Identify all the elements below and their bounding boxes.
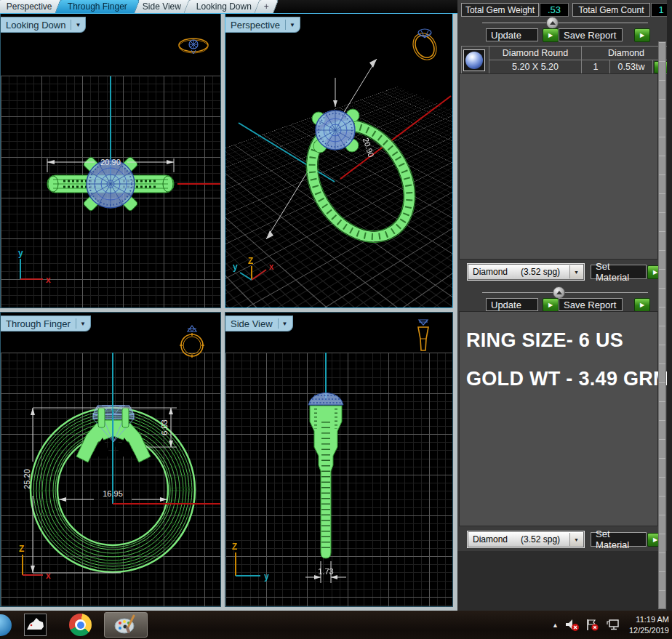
notes-area: RING SIZE- 6 US GOLD WT - 3.49 GRM: [459, 311, 658, 526]
gem-top-view: [87, 160, 135, 208]
save-report-button[interactable]: Save Report: [559, 298, 623, 311]
play-icon: ▶: [640, 33, 644, 39]
axis-z-label: Z: [248, 256, 253, 266]
paint-app-button[interactable]: [104, 612, 148, 638]
gem-side-view: [308, 393, 343, 405]
axis-y-label: y: [18, 248, 23, 258]
viewport-region: 20.90 y x Looking Down ▼: [0, 13, 457, 611]
viewport-title-looking-down[interactable]: Looking Down ▼: [1, 17, 86, 33]
update-button[interactable]: Update: [486, 298, 538, 311]
viewport-through-finger[interactable]: 25.20 16.95 6.03: [0, 312, 221, 607]
save-report-go-button[interactable]: ▶: [634, 298, 650, 312]
dimension-label: 20.90: [361, 137, 376, 158]
canvas-looking-down[interactable]: 20.90 y x: [1, 14, 220, 308]
rhino-icon[interactable]: [24, 614, 47, 636]
set-material-button[interactable]: Set Material: [591, 532, 647, 547]
axis-y-label: y: [264, 571, 269, 582]
axis-gizmo-through-finger: Z x: [19, 544, 51, 581]
update-go-button[interactable]: ▶: [543, 298, 559, 312]
dimension-label: 6.03: [160, 419, 169, 435]
panel-divider: [482, 23, 648, 23]
gem-size-cell: 5.20 X 5.20: [489, 60, 582, 74]
save-report-go-button[interactable]: ▶: [634, 28, 650, 42]
axis-gizmo-side-view: Z y: [232, 542, 269, 582]
axis-x-label: x: [46, 275, 51, 285]
total-gem-count-label: Total Gem Count: [572, 3, 650, 17]
clock-time: 11:19 AM: [629, 614, 669, 625]
viewport-side-view[interactable]: 1.73 Z y Side View ▼: [225, 312, 453, 607]
set-material-button[interactable]: Set Material: [591, 265, 647, 279]
dimension-label: 16.95: [103, 489, 123, 498]
play-icon: ▶: [640, 302, 644, 308]
tab-looking-down[interactable]: Looking Down: [183, 0, 264, 13]
total-gem-weight-label: Total Gem Weight: [461, 3, 539, 17]
viewport-tab-bar: Perspective Through Finger Side View Loo…: [0, 0, 457, 14]
dimension-label: 20.90: [100, 158, 121, 166]
viewport-looking-down[interactable]: 20.90 y x Looking Down ▼: [0, 13, 221, 308]
play-icon: ▶: [653, 537, 657, 543]
viewport-title-perspective[interactable]: Perspective ▼: [225, 17, 300, 33]
canvas-side-view[interactable]: 1.73 Z y: [225, 313, 452, 606]
panel-scrollbar[interactable]: [658, 41, 666, 609]
material-dropdown[interactable]: Diamond (3.52 spg) ▼: [468, 531, 584, 547]
panel-edge: [667, 0, 672, 611]
gem-count-cell: 1: [582, 60, 610, 74]
tab-add-view[interactable]: +: [254, 0, 279, 13]
collapse-knob[interactable]: [546, 17, 559, 29]
gem-report-panel: Total Gem Weight .53 Total Gem Count 1 U…: [457, 0, 672, 611]
gem-thumbnail[interactable]: [463, 49, 485, 71]
play-icon: ▶: [653, 270, 657, 276]
ring-front-icon: [175, 323, 209, 361]
chevron-down-icon[interactable]: ▼: [79, 321, 89, 327]
chrome-icon[interactable]: [69, 614, 92, 636]
axis-x-label: x: [269, 262, 274, 272]
viewport-title-through-finger[interactable]: Through Finger ▼: [1, 316, 91, 331]
chevron-up-icon: [550, 21, 556, 25]
network-icon[interactable]: [606, 619, 620, 631]
taskbar-clock[interactable]: 11:19 AM 12/25/2019: [629, 614, 669, 636]
axis-y-label: y: [233, 262, 238, 272]
windows-taskbar: ▲ 11:19 AM 12/25/2019: [0, 611, 672, 639]
dimension-shank-width: 1.73: [305, 561, 346, 583]
gold-weight-note: GOLD WT - 3.49 GRM: [466, 368, 670, 390]
tray-expand-icon[interactable]: ▲: [552, 622, 559, 629]
dropdown-arrow-icon[interactable]: ▼: [569, 533, 583, 546]
chevron-down-icon[interactable]: ▼: [281, 321, 291, 327]
dimension-label: 1.73: [318, 567, 333, 576]
material-dropdown[interactable]: Diamond (3.52 spg) ▼: [468, 264, 584, 280]
chevron-down-icon[interactable]: ▼: [74, 22, 84, 28]
ring-size-note: RING SIZE- 6 US: [466, 329, 623, 352]
ring-3d-icon: [409, 27, 441, 62]
clock-date: 12/25/2019: [629, 625, 669, 636]
panel-divider: [482, 292, 648, 293]
axis-gizmo-looking-down: y x: [18, 248, 51, 285]
viewport-perspective[interactable]: 20.90: [225, 13, 453, 308]
gem-image: [465, 52, 483, 69]
save-report-button[interactable]: Save Report: [559, 28, 623, 41]
total-gem-weight-value: .53: [540, 3, 569, 17]
taskbar-app-icon-partial[interactable]: [0, 614, 12, 636]
axis-z-label: Z: [19, 544, 24, 554]
system-tray: ▲ 11:19 AM 12/25/2019: [552, 611, 669, 639]
gem-list-area[interactable]: [459, 73, 658, 260]
jewelry-cad-app: Perspective Through Finger Side View Loo…: [0, 0, 672, 639]
axis-z-label: Z: [232, 542, 237, 552]
gem-table: Diamond Round Diamond 5.20 X 5.20 1 0.53…: [461, 46, 671, 74]
action-center-flag-icon[interactable]: [586, 619, 599, 632]
axis-gizmo-perspective: y Z x: [233, 256, 274, 280]
update-button[interactable]: Update: [486, 28, 538, 41]
viewport-title-side-view[interactable]: Side View ▼: [225, 316, 293, 331]
gem-shape-cell: Diamond Round: [489, 47, 582, 60]
collapse-knob[interactable]: [553, 286, 565, 299]
tab-through-finger[interactable]: Through Finger: [55, 0, 140, 13]
ring-side-icon: [413, 317, 433, 355]
play-icon: ▶: [548, 33, 553, 39]
panel-bottom-area: [457, 551, 672, 611]
chevron-down-icon[interactable]: ▼: [289, 22, 298, 28]
ring-top-icon: [176, 34, 211, 57]
volume-muted-icon[interactable]: [565, 619, 580, 632]
update-go-button[interactable]: ▶: [543, 28, 559, 42]
dropdown-arrow-icon[interactable]: ▼: [569, 265, 583, 278]
play-icon: ▶: [548, 302, 553, 308]
gem-weight-cell: 0.53tw: [610, 60, 653, 74]
